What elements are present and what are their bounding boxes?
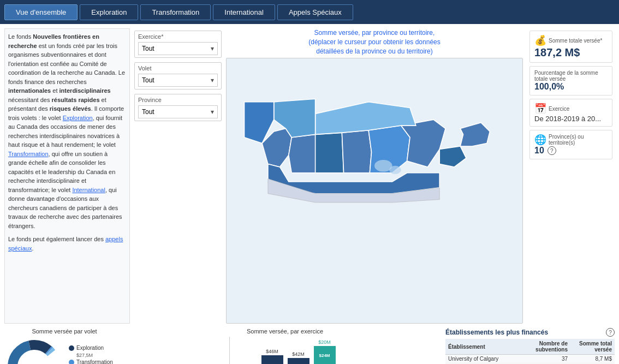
money-icon: 💰: [534, 34, 546, 46]
stats-panel: 💰 Somme totale versée* 187,2 M$ Pourcent…: [527, 28, 615, 324]
nav-exploration[interactable]: Exploration: [80, 4, 138, 20]
international-link[interactable]: International: [72, 187, 105, 193]
volet-select[interactable]: Tout ▾: [138, 74, 218, 87]
exercice-arrow-icon: ▾: [211, 45, 214, 52]
donut-svg: $134.1M: [4, 337, 64, 364]
donut-chart-title: Somme versée par volet: [4, 328, 124, 335]
province-stat-box: 🌐 Province(s) ou territoire(s) 10 ?: [529, 130, 612, 159]
bar-2021-top-fill: $24M: [314, 346, 336, 364]
map-area: Somme versée, par province ou territoire…: [226, 28, 523, 324]
bold-text-2: internationales: [8, 87, 51, 94]
exercice-value: Tout: [142, 45, 154, 52]
bar-2019-label: $46M: [266, 349, 278, 354]
exercice-label: Exercice*: [138, 33, 218, 40]
svg-point-6: [20, 353, 49, 364]
main-content: Le fonds Nouvelles frontières en recherc…: [0, 24, 619, 328]
legend-label-transformation: Transformation: [76, 359, 113, 364]
province-filter-box: Province Tout ▾: [134, 94, 222, 121]
col-subventions: Nombre de subventions: [515, 339, 570, 355]
canada-map-svg: [227, 58, 522, 323]
bar-2021-top-value: $24M: [319, 353, 330, 358]
total-value: 187,2 M$: [534, 46, 608, 59]
map-title: Somme versée, par province ou territoire…: [226, 28, 523, 56]
bar-2020-fill: [288, 358, 310, 364]
percent-value: 100,0%: [534, 82, 608, 92]
province-label: Province: [138, 97, 218, 103]
bar-2019: $46M: [261, 349, 283, 364]
col-somme: Somme total versée: [570, 339, 615, 355]
legend-dot-exploration: [69, 345, 74, 351]
total-label: Somme totale versée*: [549, 38, 602, 44]
map-title-line3: détaillées de la province ou du territoi…: [316, 47, 432, 55]
table-body: University of Calgary 37 8,7 M$ McMaster…: [445, 355, 615, 365]
bold-text-3: interdisciplinaires: [59, 87, 111, 94]
volet-value: Tout: [142, 76, 154, 84]
bold-text-5: risques élevés: [50, 105, 91, 112]
bottom-section: Somme versée par volet $134.1M E: [0, 328, 619, 364]
exploration-amount: $27,5M: [76, 353, 116, 358]
table-header: Établissement Nombre de subventions Somm…: [445, 339, 615, 355]
donut-chart: Somme versée par volet $134.1M E: [4, 328, 124, 364]
bold-text-1: Nouvelles frontières en recherche: [8, 33, 99, 49]
bar-chart: Somme versée, par exercice $19M $46M $42…: [129, 328, 441, 364]
volet-filter-box: Volet Tout ▾: [134, 62, 222, 89]
legend-exploration: Exploration: [69, 345, 116, 351]
globe-icon: 🌐: [534, 134, 546, 146]
bar-2021: $20M $24M $27M: [314, 339, 336, 364]
bar-chart-area: $19M $46M $42M $20M $24M: [229, 337, 341, 364]
bar-chart-title: Somme versée, par exercice: [129, 328, 441, 335]
transformation-link[interactable]: Transformation: [8, 151, 49, 157]
appels-speciaux-link[interactable]: appels spéciaux: [8, 236, 123, 252]
nav-transformation[interactable]: Transformation: [140, 4, 211, 20]
donut-chart-area: $134.1M Exploration $27,5M Transformatio…: [4, 337, 124, 364]
data-table: Établissement Nombre de subventions Somm…: [445, 339, 615, 364]
exploration-link[interactable]: Exploration: [63, 115, 93, 121]
cell-count: 37: [515, 355, 570, 363]
province-stat-value: 10: [534, 146, 544, 156]
cell-name: University of Calgary: [445, 355, 515, 363]
bar-2021-top-label: $20M: [318, 339, 331, 345]
volet-label: Volet: [138, 65, 218, 71]
nav-international[interactable]: International: [213, 4, 275, 20]
bar-2020-label: $42M: [292, 351, 305, 357]
canada-map[interactable]: [226, 58, 523, 324]
exercice-stat-box: 📅 Exercice De 2018-2019 à 20...: [529, 99, 612, 127]
exercice-stat-value: De 2018-2019 à 20...: [534, 115, 608, 123]
donut-legend: Exploration $27,5M Transformation $1,7M …: [69, 345, 116, 364]
province-help-icon[interactable]: ?: [547, 146, 556, 155]
province-select[interactable]: Tout ▾: [138, 105, 218, 118]
percent-stat-box: Pourcentage de la somme totale versée 10…: [529, 66, 612, 96]
map-title-line1: Somme versée, par province ou territoire…: [314, 29, 435, 37]
map-title-line2: (déplacer le curseur pour obtenir les do…: [308, 38, 440, 46]
province-arrow-icon: ▾: [211, 108, 214, 116]
exercice-select[interactable]: Tout ▾: [138, 42, 218, 55]
nav-appels-speciaux[interactable]: Appels Spéciaux: [277, 4, 353, 20]
description-panel: Le fonds Nouvelles frontières en recherc…: [4, 28, 130, 324]
bar-chart-wrapper: $19M $46M $42M $20M $24M: [129, 337, 441, 364]
province-value: Tout: [142, 108, 154, 116]
percent-label: Pourcentage de la somme totale versée: [534, 70, 608, 82]
table-section: Établissements les plus financés ? Établ…: [445, 328, 615, 364]
legend-label-exploration: Exploration: [76, 345, 104, 351]
top-navigation: Vue d'ensemble Exploration Transformatio…: [0, 0, 619, 24]
table-row: University of Calgary 37 8,7 M$: [445, 355, 615, 363]
table-title: Établissements les plus financés: [445, 329, 548, 336]
cell-amount: 8,7 M$: [570, 355, 615, 363]
calendar-icon: 📅: [534, 103, 546, 115]
svg-point-1: [389, 166, 401, 174]
exercice-filter-box: Exercice* Tout ▾: [134, 31, 222, 58]
bar-2019-fill: [261, 355, 283, 364]
bold-text-4: résultats rapides: [52, 97, 100, 103]
table-header-row: Établissements les plus financés ?: [445, 328, 615, 337]
col-etablissement: Établissement: [445, 339, 515, 355]
filters-panel: Exercice* Tout ▾ Volet Tout ▾ Province T…: [134, 28, 222, 324]
legend-dot-transformation: [69, 360, 74, 365]
exercice-stat-label: Exercice: [549, 106, 569, 112]
nav-vue-ensemble[interactable]: Vue d'ensemble: [4, 4, 78, 20]
province-stat-label: Province(s) ou territoire(s): [549, 134, 608, 146]
bar-2020: $42M: [288, 351, 310, 364]
legend-transformation: Transformation: [69, 359, 116, 364]
total-stat-box: 💰 Somme totale versée* 187,2 M$: [529, 31, 612, 63]
table-help-icon[interactable]: ?: [606, 328, 615, 337]
volet-arrow-icon: ▾: [211, 76, 214, 84]
